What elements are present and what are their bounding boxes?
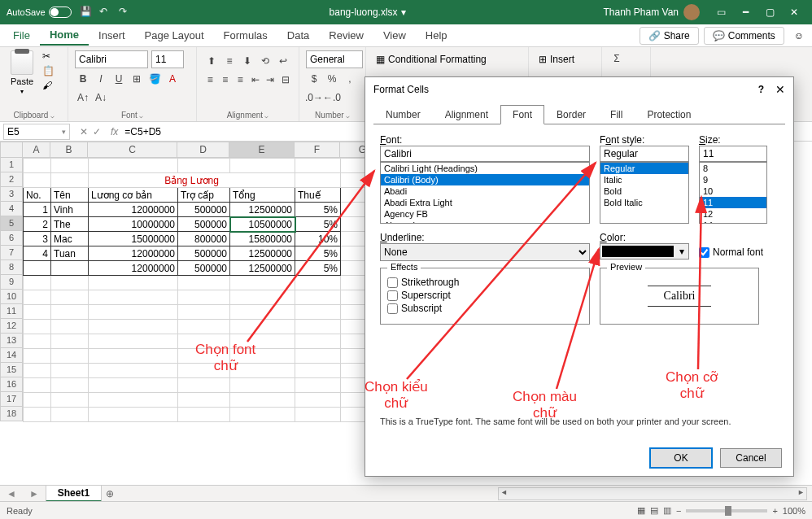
checkbox-icon[interactable] bbox=[387, 277, 398, 288]
row-head[interactable]: 6 bbox=[0, 231, 23, 246]
align-middle-icon[interactable]: ≡ bbox=[221, 53, 238, 69]
format-painter-icon[interactable]: 🖌 bbox=[42, 80, 55, 93]
row-head[interactable]: 3 bbox=[0, 187, 23, 202]
table-cell[interactable]: Tên bbox=[51, 188, 89, 203]
toggle-switch-icon[interactable] bbox=[49, 7, 72, 18]
autosave-toggle[interactable]: AutoSave bbox=[7, 7, 72, 18]
row-head[interactable]: 16 bbox=[0, 377, 23, 392]
minimize-icon[interactable]: ━ bbox=[734, 4, 757, 20]
list-item[interactable]: 11 bbox=[700, 197, 766, 208]
list-item[interactable]: 14 bbox=[700, 220, 766, 224]
align-left-icon[interactable]: ≡ bbox=[203, 72, 217, 88]
row-head[interactable]: 12 bbox=[0, 319, 23, 334]
select-all-button[interactable] bbox=[0, 142, 23, 158]
border-button[interactable]: ⊞ bbox=[129, 71, 145, 87]
percent-icon[interactable]: % bbox=[324, 71, 340, 87]
cancel-button[interactable]: Cancel bbox=[720, 448, 782, 468]
font-color-select[interactable]: ▾ bbox=[600, 243, 689, 260]
tab-view[interactable]: View bbox=[373, 26, 416, 45]
table-cell[interactable]: 500000 bbox=[178, 217, 230, 232]
row-head[interactable]: 9 bbox=[0, 275, 23, 290]
table-cell[interactable]: 10000000 bbox=[89, 217, 178, 232]
underline-button[interactable]: U bbox=[111, 71, 127, 87]
align-center-icon[interactable]: ≡ bbox=[219, 72, 233, 88]
list-item[interactable]: 10 bbox=[700, 185, 766, 197]
insert-cells-icon[interactable]: ⊞ bbox=[539, 54, 547, 65]
dtab-font[interactable]: Font bbox=[500, 105, 544, 124]
conditional-formatting-button[interactable]: Conditional Formatting bbox=[388, 54, 487, 65]
table-cell[interactable]: Thuế bbox=[295, 188, 341, 203]
sheet-nav-prev-icon[interactable]: ◄ bbox=[0, 488, 23, 499]
table-cell[interactable]: 10% bbox=[295, 232, 341, 246]
font-size-select[interactable] bbox=[151, 50, 184, 68]
table-cell[interactable]: 500000 bbox=[178, 246, 230, 261]
close-icon[interactable]: ✕ bbox=[775, 83, 785, 96]
dtab-border[interactable]: Border bbox=[544, 105, 598, 124]
redo-icon[interactable]: ↷ bbox=[119, 6, 132, 19]
page-break-icon[interactable]: ▥ bbox=[663, 505, 671, 516]
table-cell[interactable]: No. bbox=[24, 188, 51, 203]
size-input[interactable] bbox=[699, 146, 767, 162]
increase-decimal-icon[interactable]: .0→ bbox=[306, 89, 322, 106]
paste-button[interactable]: Paste ▾ bbox=[7, 50, 37, 95]
strikethrough-checkbox[interactable]: Strikethrough bbox=[387, 277, 583, 288]
tab-file[interactable]: File bbox=[3, 26, 40, 45]
row-head[interactable]: 7 bbox=[0, 246, 23, 260]
table-cell[interactable]: 5% bbox=[295, 261, 341, 276]
table-cell[interactable]: 12500000 bbox=[230, 261, 295, 276]
table-cell[interactable]: Mac bbox=[51, 232, 89, 246]
table-cell[interactable]: 800000 bbox=[178, 232, 230, 246]
table-cell[interactable]: Tuan bbox=[51, 246, 89, 261]
row-head[interactable]: 8 bbox=[0, 260, 23, 275]
page-layout-icon[interactable]: ▤ bbox=[650, 505, 658, 516]
font-list[interactable]: Calibri Light (Headings) Calibri (Body) … bbox=[380, 162, 590, 224]
cut-icon[interactable]: ✂ bbox=[42, 50, 55, 63]
normal-view-icon[interactable]: ▦ bbox=[637, 505, 645, 516]
table-cell[interactable]: 12000000 bbox=[89, 203, 178, 217]
table-cell[interactable]: 15000000 bbox=[89, 232, 178, 246]
table-cell[interactable]: 5% bbox=[295, 246, 341, 261]
tab-home[interactable]: Home bbox=[40, 25, 89, 46]
decrease-decimal-icon[interactable]: ←.0 bbox=[324, 89, 340, 106]
row-head[interactable]: 15 bbox=[0, 363, 23, 377]
table-cell[interactable]: 2 bbox=[24, 217, 51, 232]
insert-cells-button[interactable]: Insert bbox=[550, 54, 574, 65]
ok-button[interactable]: OK bbox=[650, 448, 712, 468]
dtab-fill[interactable]: Fill bbox=[598, 105, 635, 124]
copy-icon[interactable]: 📋 bbox=[42, 65, 55, 78]
row-head[interactable]: 11 bbox=[0, 304, 23, 319]
save-icon[interactable]: 💾 bbox=[80, 6, 93, 19]
maximize-icon[interactable]: ▢ bbox=[758, 4, 781, 20]
list-item[interactable]: Aharoni bbox=[381, 220, 589, 224]
font-style-input[interactable] bbox=[600, 146, 689, 162]
list-item[interactable]: Calibri Light (Headings) bbox=[381, 163, 589, 174]
table-cell[interactable]: 12500000 bbox=[230, 246, 295, 261]
tab-data[interactable]: Data bbox=[277, 26, 319, 45]
confirm-formula-icon[interactable]: ✓ bbox=[93, 126, 101, 137]
table-cell[interactable]: The bbox=[51, 217, 89, 232]
add-sheet-icon[interactable]: ⊕ bbox=[102, 488, 118, 499]
table-cell[interactable] bbox=[24, 261, 51, 276]
table-cell[interactable]: 12000000 bbox=[89, 261, 178, 276]
cancel-formula-icon[interactable]: ✕ bbox=[80, 126, 88, 137]
row-head[interactable]: 2 bbox=[0, 172, 23, 187]
list-item[interactable]: Bold Italic bbox=[600, 197, 688, 208]
tab-insert[interactable]: Insert bbox=[89, 26, 135, 45]
align-bottom-icon[interactable]: ⬇ bbox=[239, 53, 255, 69]
col-head-a[interactable]: A bbox=[23, 142, 50, 158]
zoom-in-icon[interactable]: + bbox=[772, 506, 777, 516]
horizontal-scrollbar[interactable] bbox=[498, 487, 807, 500]
increase-font-icon[interactable]: A↑ bbox=[75, 89, 91, 106]
decrease-font-icon[interactable]: A↓ bbox=[93, 89, 109, 106]
table-cell[interactable]: Tổng bbox=[230, 188, 295, 203]
italic-button[interactable]: I bbox=[93, 71, 109, 87]
number-format-select[interactable] bbox=[306, 50, 363, 68]
table-cell[interactable]: 5% bbox=[295, 203, 341, 217]
table-cell[interactable]: 15800000 bbox=[230, 232, 295, 246]
row-head[interactable]: 1 bbox=[0, 158, 23, 172]
align-right-icon[interactable]: ≡ bbox=[234, 72, 247, 88]
table-cell[interactable] bbox=[51, 261, 89, 276]
list-item[interactable]: Abadi Extra Light bbox=[381, 197, 589, 208]
table-cell[interactable]: Vinh bbox=[51, 203, 89, 217]
table-cell[interactable]: Lương cơ bản bbox=[89, 188, 178, 203]
